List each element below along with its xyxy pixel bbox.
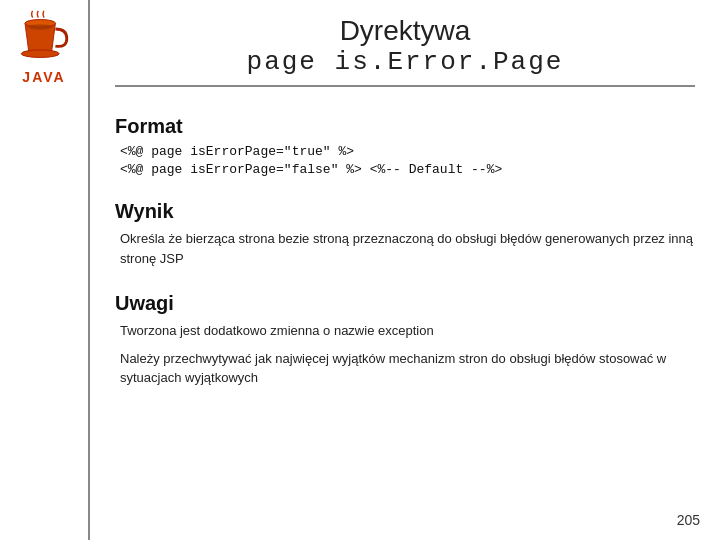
page-number: 205 — [677, 512, 700, 528]
format-heading: Format — [115, 115, 695, 138]
title-section: Dyrektywa page is.Error.Page — [115, 15, 695, 87]
title-line1: Dyrektywa — [115, 15, 695, 47]
wynik-body: Określa że bierząca strona bezie stroną … — [115, 229, 695, 268]
page-container: JAVA Dyrektywa page is.Error.Page Format… — [0, 0, 720, 540]
format-code-2: <%@ page isErrorPage="false" %> <%-- Def… — [115, 162, 695, 177]
main-content: Dyrektywa page is.Error.Page Format <%@ … — [90, 0, 720, 540]
uwagi-line-2: Należy przechwytywać jak najwięcej wyjąt… — [115, 349, 695, 388]
uwagi-line-1: Tworzona jest dodatkowo zmienna o nazwie… — [115, 321, 695, 341]
left-sidebar: JAVA — [0, 0, 90, 540]
svg-point-1 — [21, 50, 59, 58]
uwagi-heading: Uwagi — [115, 292, 695, 315]
java-label: JAVA — [22, 69, 65, 85]
title-line2: page is.Error.Page — [115, 47, 695, 77]
java-logo: JAVA — [12, 10, 77, 85]
format-code-1: <%@ page isErrorPage="true" %> — [115, 144, 695, 159]
wynik-heading: Wynik — [115, 200, 695, 223]
format-section: Format <%@ page isErrorPage="true" %> <%… — [115, 105, 695, 180]
uwagi-section: Uwagi Tworzona jest dodatkowo zmienna o … — [115, 282, 695, 396]
svg-point-2 — [28, 24, 53, 30]
wynik-section: Wynik Określa że bierząca strona bezie s… — [115, 190, 695, 276]
